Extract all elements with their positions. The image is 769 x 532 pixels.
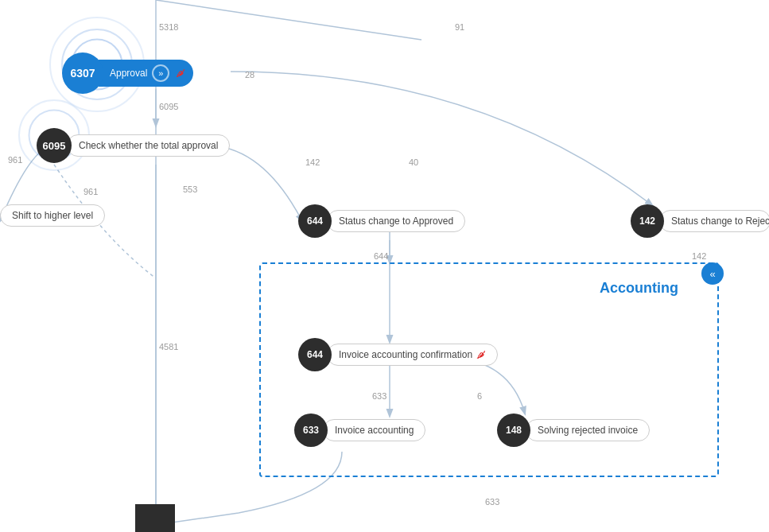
edge-label-961-left: 961 (8, 155, 22, 165)
edge-label-4581: 4581 (159, 342, 178, 351)
node-status-rejected[interactable]: 142 Status change to Rejected (631, 204, 769, 238)
edge-label-142-right: 142 (692, 251, 706, 261)
node-id-circle-148: 148 (497, 414, 530, 447)
node-label-status-rejected: Status change to Rejected (659, 210, 769, 232)
node-shift-higher[interactable]: Shift to higher level (0, 204, 105, 227)
node-invoice-accounting[interactable]: 633 Invoice accounting (294, 414, 425, 447)
edge-label-644-vertical: 644 (374, 251, 388, 261)
chevron-right-icon: » (152, 64, 169, 82)
node-label-invoice-accounting: Invoice accounting (323, 419, 425, 441)
chili-icon: 🌶 (176, 68, 185, 79)
node-status-approved[interactable]: 644 Status change to Approved (298, 204, 465, 238)
node-id-circle-633: 633 (294, 414, 328, 447)
node-label-solving-rejected: Solving rejected invoice (526, 419, 650, 441)
node-label-invoice-confirmation: Invoice accounting confirmation 🌶 (327, 344, 498, 366)
node-label-check-approval: Check whether the total approval (67, 134, 230, 157)
node-id-circle-142-rejected: 142 (631, 204, 664, 238)
node-label-approval: Approval » 🌶 (99, 60, 193, 87)
accounting-title: Accounting (600, 280, 678, 297)
edge-label-91: 91 (455, 22, 464, 32)
edge-label-961: 961 (84, 187, 98, 196)
edge-label-28: 28 (245, 70, 254, 80)
node-check-approval[interactable]: 6095 Check whether the total approval (37, 128, 230, 163)
edge-label-553: 553 (183, 184, 197, 194)
node-approval[interactable]: 6307 Approval » 🌶 (62, 52, 193, 94)
node-id-circle-644-invoice: 644 (298, 338, 332, 371)
node-solving-rejected[interactable]: 148 Solving rejected invoice (497, 414, 650, 447)
edge-label-40: 40 (409, 157, 418, 167)
collapse-accounting-button[interactable]: « (701, 262, 724, 285)
bottom-node-circle (135, 504, 175, 532)
edge-label-142: 142 (305, 157, 320, 167)
node-id-circle-6095: 6095 (37, 128, 72, 163)
node-label-status-approved: Status change to Approved (327, 210, 465, 232)
edge-label-6095: 6095 (159, 102, 178, 111)
chili-icon-2: 🌶 (476, 349, 486, 360)
edge-label-5318: 5318 (159, 22, 178, 32)
node-id-circle: 6307 (62, 52, 103, 94)
node-label-shift-higher: Shift to higher level (0, 204, 105, 227)
edge-label-633-bottom: 633 (485, 497, 499, 507)
node-invoice-confirmation[interactable]: 644 Invoice accounting confirmation 🌶 (298, 338, 498, 371)
node-id-circle-644-approved: 644 (298, 204, 332, 238)
